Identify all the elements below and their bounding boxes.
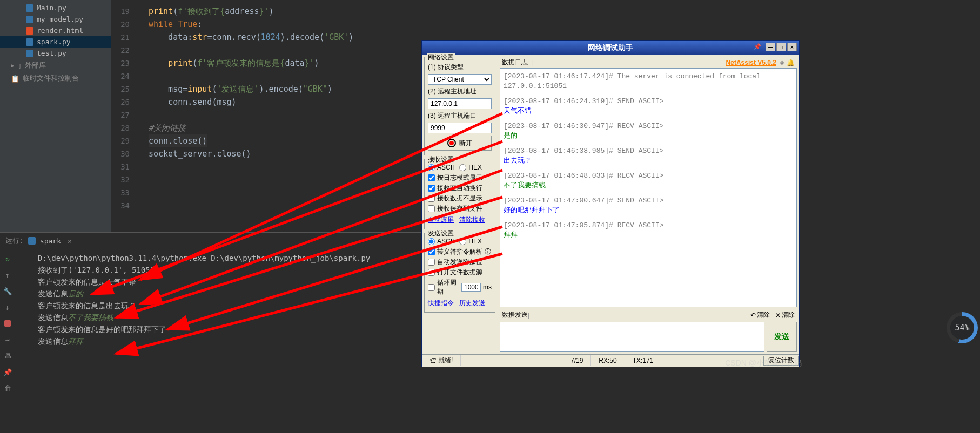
brand-link[interactable]: NetAssist V5.0.2 — [726, 59, 776, 66]
host-input[interactable] — [428, 98, 492, 109]
close-button[interactable]: × — [787, 43, 797, 51]
protocol-label: (1) 协议类型 — [428, 63, 492, 72]
window-title: 网络调试助手 — [588, 43, 633, 53]
loop-interval-input[interactable] — [461, 283, 481, 292]
chevron-right-icon: ▶ — [11, 62, 15, 69]
port-label: (3) 远程主机端口 — [428, 111, 492, 120]
data-log-label: 数据日志 — [502, 58, 528, 67]
history-send-link[interactable]: 历史发送 — [459, 299, 485, 308]
hex-radio[interactable]: HEX — [459, 238, 482, 245]
file-item[interactable]: test.py — [0, 48, 111, 59]
disconnect-button[interactable]: 断开 — [428, 136, 492, 151]
python-icon — [26, 50, 33, 57]
netassist-sidebar: 网络设置 (1) 协议类型 TCP Client (2) 远程主机地址 (3) … — [422, 55, 498, 354]
recv-check[interactable]: 接收区自动换行 — [428, 184, 492, 193]
recv-check[interactable]: 接收数据不显示 — [428, 194, 492, 203]
run-output[interactable]: D:\dev\python\python3.11.4\python.exe D:… — [38, 252, 370, 347]
code-editor[interactable]: 19202122232425262728293031323334 print(f… — [111, 0, 421, 232]
protocol-select[interactable]: TCP Client — [428, 74, 492, 85]
send-settings-group: 发送设置 ASCII HEX 转义符指令解析 ⓘ 自动发送附加位 打开文件数据源… — [424, 233, 495, 313]
ascii-radio[interactable]: ASCII — [428, 164, 454, 171]
send-check[interactable]: 转义符指令解析 ⓘ — [428, 247, 492, 256]
python-icon — [26, 16, 33, 23]
pin-icon[interactable]: 📌 — [754, 43, 761, 50]
recv-check[interactable]: 按日志模式显示 — [428, 173, 492, 182]
run-tool-button[interactable]: ↑ — [2, 269, 13, 280]
netassist-window: 网络调试助手 📌 — □ × 网络设置 (1) 协议类型 TCP Client … — [421, 40, 800, 367]
data-log-area[interactable]: [2023-08-17 01:46:17.424]# The server is… — [500, 68, 797, 307]
html-icon — [26, 27, 33, 35]
data-send-label: 数据发送 — [502, 310, 528, 320]
scratches[interactable]: 📋 临时文件和控制台 — [0, 72, 111, 85]
host-label: (2) 远程主机地址 — [428, 87, 492, 96]
python-icon — [26, 4, 33, 12]
send-button[interactable]: 发送 — [767, 322, 797, 352]
status-tx: TX:171 — [625, 355, 662, 366]
status-pos: 7/19 — [563, 355, 591, 366]
watermark: CSDN @小菜鸟学代码 — [725, 358, 802, 368]
python-icon — [26, 38, 33, 46]
port-input[interactable] — [428, 123, 492, 133]
ascii-radio[interactable]: ASCII — [428, 238, 454, 245]
clear-button[interactable]: ✕ 清除 — [775, 310, 795, 320]
run-tab-name[interactable]: spark — [40, 237, 61, 245]
autoscroll-link[interactable]: 自动滚屏 — [428, 215, 454, 225]
code-content: print(f'接收到了{address}') while True: data… — [149, 5, 353, 186]
run-toolbar: ↻ ↑ 🔧 ↓ ⇥ 🖶 📌 🗑 — [0, 250, 27, 433]
diamond-icon[interactable]: ◈ — [780, 59, 784, 66]
run-tool-button[interactable]: ↓ — [2, 302, 13, 313]
python-icon — [28, 237, 36, 245]
file-item[interactable]: my_model.py — [0, 13, 111, 25]
file-item[interactable]: render.html — [0, 25, 111, 36]
maximize-button[interactable]: □ — [776, 43, 786, 51]
rerun-button[interactable]: ↻ — [2, 253, 13, 264]
wrench-icon[interactable]: 🔧 — [2, 286, 13, 296]
quick-cmd-link[interactable]: 快捷指令 — [428, 299, 454, 308]
loop-check[interactable]: 循环周期 ms — [428, 278, 492, 296]
window-title-bar[interactable]: 网络调试助手 📌 — □ × — [422, 41, 799, 55]
pin-icon[interactable]: 📌 — [2, 367, 13, 377]
external-libraries[interactable]: ▶ ⫿ 外部库 — [0, 59, 111, 72]
recv-check[interactable]: 接收保存到文件 — [428, 204, 492, 213]
recv-settings-group: 接收设置 ASCII HEX 按日志模式显示 接收区自动换行 接收数据不显示 接… — [424, 159, 495, 229]
file-item[interactable]: Main.py — [0, 2, 111, 13]
file-tree: Main.py my_model.py render.html spark.py… — [0, 0, 111, 232]
netassist-main: 数据日志 | NetAssist V5.0.2 ◈🔔 [2023-08-17 0… — [498, 55, 799, 354]
progress-indicator: 54% — [947, 312, 978, 343]
close-icon[interactable]: × — [68, 237, 72, 245]
run-tool-button[interactable]: ⇥ — [2, 334, 13, 345]
status-ready: 🖅 就绪! — [422, 355, 461, 366]
clear-recv-link[interactable]: 清除接收 — [459, 215, 485, 225]
line-gutter: 19202122232425262728293031323334 — [111, 0, 140, 212]
minimize-button[interactable]: — — [766, 43, 775, 51]
trash-icon[interactable]: 🗑 — [2, 383, 13, 394]
run-tab-bar: 运行: spark × — [0, 233, 421, 249]
network-settings-group: 网络设置 (1) 协议类型 TCP Client (2) 远程主机地址 (3) … — [424, 57, 495, 155]
clear-button[interactable]: ↶ 清除 — [750, 310, 770, 320]
hex-radio[interactable]: HEX — [459, 164, 482, 171]
bell-icon[interactable]: 🔔 — [787, 59, 795, 66]
send-check[interactable]: 自动发送附加位 — [428, 258, 492, 267]
record-icon — [447, 139, 456, 147]
status-rx: RX:50 — [591, 355, 625, 366]
run-label: 运行: — [5, 236, 24, 246]
print-icon[interactable]: 🖶 — [2, 350, 13, 361]
file-item-selected[interactable]: spark.py — [0, 36, 111, 48]
send-textarea[interactable] — [500, 322, 764, 352]
stop-button[interactable] — [2, 318, 13, 329]
run-panel: 运行: spark × ↻ ↑ 🔧 ↓ ⇥ 🖶 📌 🗑 D:\dev\pytho… — [0, 232, 421, 433]
send-check[interactable]: 打开文件数据源 — [428, 268, 492, 277]
